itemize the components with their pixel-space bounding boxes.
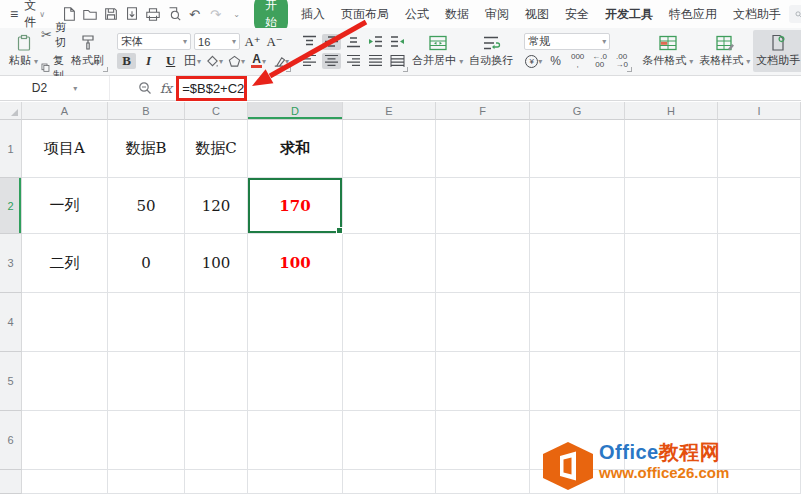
cell-H4[interactable] — [625, 293, 718, 352]
cell-C1[interactable]: 数据C — [185, 120, 248, 178]
cell-F7[interactable] — [436, 470, 530, 494]
insert-function-button[interactable]: fx — [160, 81, 172, 96]
justify-button[interactable] — [366, 53, 385, 69]
font-dialog-launcher[interactable] — [286, 67, 291, 72]
underline-button[interactable]: U — [161, 53, 180, 69]
cell-I2[interactable] — [718, 178, 801, 234]
conditional-format-button[interactable]: 条件格式 ▾ — [639, 30, 696, 72]
cell-A7[interactable] — [22, 470, 108, 494]
cell-B7[interactable] — [108, 470, 185, 494]
cell-A5[interactable] — [22, 352, 108, 411]
align-middle-button[interactable] — [322, 34, 341, 50]
cell-I5[interactable] — [718, 352, 801, 411]
currency-button[interactable]: ¥▾ — [524, 53, 543, 69]
col-header-B[interactable]: B — [108, 102, 185, 120]
col-header-C[interactable]: C — [185, 102, 248, 120]
cell-D6[interactable] — [248, 411, 343, 470]
tab-page-layout[interactable]: 页面布局 — [333, 6, 397, 23]
cell-A2[interactable]: 一列 — [22, 178, 108, 234]
cell-B1[interactable]: 数据B — [108, 120, 185, 178]
cell-F2[interactable] — [436, 178, 530, 234]
doc-assistant-button[interactable]: 文档助手 — [753, 30, 801, 72]
cell-B2[interactable]: 50 — [108, 178, 185, 234]
shape-style-button[interactable]: ▾ — [227, 53, 246, 69]
number-dialog-launcher[interactable] — [627, 67, 632, 72]
cell-F5[interactable] — [436, 352, 530, 411]
cell-E4[interactable] — [343, 293, 436, 352]
row-header-2[interactable]: 2 — [0, 178, 22, 234]
cell-C5[interactable] — [185, 352, 248, 411]
cell-D1[interactable]: 求和 — [248, 120, 343, 178]
export-button[interactable] — [122, 5, 141, 24]
decrease-font-button[interactable]: A⁻ — [265, 34, 284, 50]
cell-I3[interactable] — [718, 234, 801, 293]
alignment-dialog-launcher[interactable] — [403, 67, 408, 72]
cell-F1[interactable] — [436, 120, 530, 178]
table-style-button[interactable]: 表格样式 ▾ — [696, 30, 753, 72]
cell-F6[interactable] — [436, 411, 530, 470]
cell-H2[interactable] — [625, 178, 718, 234]
cell-D5[interactable] — [248, 352, 343, 411]
cell-D7[interactable] — [248, 470, 343, 494]
col-header-E[interactable]: E — [343, 102, 436, 120]
cell-E1[interactable] — [343, 120, 436, 178]
col-header-A[interactable]: A — [22, 102, 108, 120]
cell-B5[interactable] — [108, 352, 185, 411]
cell-I6[interactable] — [718, 411, 801, 470]
cell-A6[interactable] — [22, 411, 108, 470]
row-header-7[interactable] — [0, 470, 22, 494]
name-box[interactable]: D2 ▾ — [0, 76, 110, 100]
cell-F3[interactable] — [436, 234, 530, 293]
cell-A4[interactable] — [22, 293, 108, 352]
cell-G1[interactable] — [530, 120, 625, 178]
tab-developer[interactable]: 开发工具 — [597, 6, 661, 23]
cell-H5[interactable] — [625, 352, 718, 411]
cell-H1[interactable] — [625, 120, 718, 178]
tab-security[interactable]: 安全 — [557, 6, 597, 23]
open-button[interactable] — [80, 5, 99, 24]
paste-button[interactable]: 粘贴 ▾ — [6, 33, 41, 69]
cell-F4[interactable] — [436, 293, 530, 352]
tab-formulas[interactable]: 公式 — [397, 6, 437, 23]
search-input[interactable]: 监视 — [789, 5, 801, 23]
cut-button[interactable]: ✂ 剪切 — [41, 20, 68, 50]
clipboard-dialog-launcher[interactable] — [103, 67, 108, 72]
tab-view[interactable]: 视图 — [517, 6, 557, 23]
font-family-select[interactable]: 宋体▾ — [117, 33, 191, 50]
align-right-button[interactable] — [344, 53, 363, 69]
cell-B3[interactable]: 0 — [108, 234, 185, 293]
cell-C2[interactable]: 120 — [185, 178, 248, 234]
cell-E3[interactable] — [343, 234, 436, 293]
cell-E5[interactable] — [343, 352, 436, 411]
row-header-6[interactable]: 6 — [0, 411, 22, 470]
percent-button[interactable]: % — [546, 53, 565, 69]
cell-C7[interactable] — [185, 470, 248, 494]
increase-font-button[interactable]: A⁺ — [243, 34, 262, 50]
cell-G4[interactable] — [530, 293, 625, 352]
redo-button[interactable]: ↷ — [206, 5, 225, 24]
cell-D2[interactable]: 170 — [248, 178, 343, 234]
tab-doc-assistant[interactable]: 文档助手 — [725, 6, 789, 23]
font-size-select[interactable]: 16▾ — [194, 33, 240, 50]
save-button[interactable] — [101, 5, 120, 24]
format-painter-button[interactable]: 格式刷 — [68, 33, 107, 69]
tab-insert[interactable]: 插入 — [293, 6, 333, 23]
cell-H3[interactable] — [625, 234, 718, 293]
qat-more-button[interactable]: ⌄ — [227, 5, 246, 24]
number-format-select[interactable]: 常规▾ — [524, 33, 610, 50]
row-header-5[interactable]: 5 — [0, 352, 22, 411]
align-center-button[interactable] — [322, 53, 341, 69]
cell-A1[interactable]: 项目A — [22, 120, 108, 178]
cell-I7[interactable] — [718, 470, 801, 494]
col-header-D[interactable]: D — [248, 102, 343, 120]
col-header-H[interactable]: H — [625, 102, 718, 120]
cell-E2[interactable] — [343, 178, 436, 234]
tab-special-apps[interactable]: 特色应用 — [661, 6, 725, 23]
print-preview-button[interactable] — [164, 5, 183, 24]
cell-E7[interactable] — [343, 470, 436, 494]
tab-data[interactable]: 数据 — [437, 6, 477, 23]
row-header-1[interactable]: 1 — [0, 120, 22, 178]
cell-C4[interactable] — [185, 293, 248, 352]
font-color-button[interactable]: A▾ — [249, 53, 268, 69]
increase-indent-button[interactable] — [388, 34, 407, 50]
